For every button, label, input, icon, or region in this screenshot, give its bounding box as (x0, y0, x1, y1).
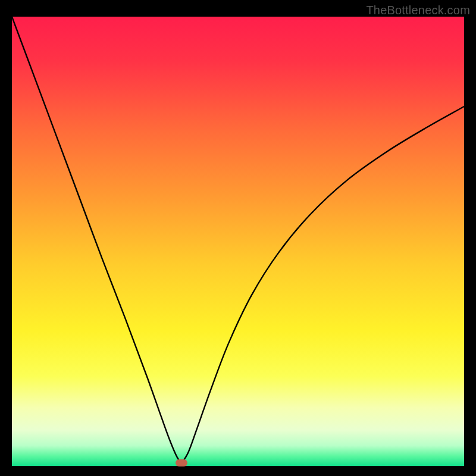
optimum-marker (176, 459, 187, 466)
plot-background (12, 17, 464, 466)
watermark-text: TheBottleneck.com (366, 4, 470, 17)
bottleneck-plot (12, 17, 464, 466)
chart-stage: TheBottleneck.com (0, 0, 476, 476)
